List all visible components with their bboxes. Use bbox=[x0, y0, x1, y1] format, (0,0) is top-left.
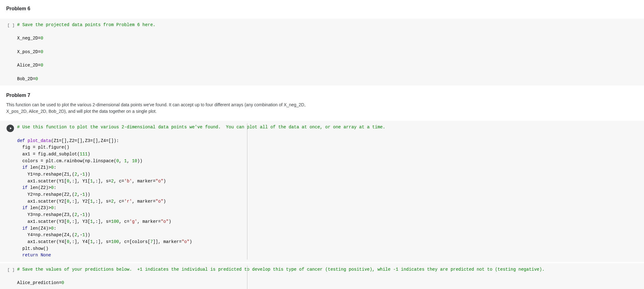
code-line: X_pos_2D= bbox=[17, 49, 41, 54]
kw-if: if bbox=[22, 205, 28, 210]
code-text: ) bbox=[88, 152, 90, 157]
code-text: ]] bbox=[153, 239, 158, 244]
code-number: 0 bbox=[41, 63, 43, 68]
code-text: , marker= bbox=[132, 179, 156, 184]
code-comment: # Use this function to plot the various … bbox=[17, 125, 385, 130]
code-number: 10 bbox=[132, 158, 137, 163]
heading-problem6: Problem 6 bbox=[6, 5, 638, 12]
code-line: Y1=np.reshape(Z1,( bbox=[17, 172, 75, 177]
code-text: ) bbox=[190, 239, 192, 244]
code-number: 1 bbox=[90, 179, 93, 184]
code-line: plt.show() bbox=[17, 246, 48, 251]
code-number: 0 bbox=[67, 199, 69, 204]
code-text: , marker= bbox=[158, 239, 182, 244]
code-number: 0 bbox=[62, 280, 64, 285]
code-editor[interactable]: # Save the values of your predictions be… bbox=[17, 266, 644, 289]
fn-sig: (Z1=[],Z2=[],Z3=[],Z4=[]): bbox=[51, 138, 119, 143]
code-number: 1 bbox=[90, 199, 93, 204]
code-number: 0 bbox=[67, 219, 69, 224]
code-number: 0 bbox=[51, 205, 53, 210]
code-line: Y2=np.reshape(Z2,( bbox=[17, 192, 75, 197]
code-text: ,:], Y2[ bbox=[69, 199, 90, 204]
code-text: , bbox=[119, 158, 124, 163]
code-cell-1[interactable]: [ ] # Save the projected data points fro… bbox=[0, 19, 644, 85]
code-string: 'g' bbox=[129, 219, 137, 224]
code-text: )) bbox=[85, 212, 90, 217]
code-line: colors = plt.cm.rainbow(np.linspace( bbox=[17, 158, 116, 163]
code-text: , bbox=[127, 158, 132, 163]
code-number: 2 bbox=[75, 172, 77, 177]
code-line: ax1.scatter(Y3[ bbox=[17, 219, 67, 224]
code-text: : bbox=[54, 165, 56, 170]
code-text: ,- bbox=[77, 212, 82, 217]
desc-problem7: This function can be used to plot the va… bbox=[6, 102, 323, 115]
code-text: ,:], s= bbox=[93, 179, 111, 184]
code-number: 2 bbox=[75, 212, 77, 217]
kw-return: return bbox=[22, 253, 38, 258]
code-line: Alice_2D= bbox=[17, 63, 41, 68]
exec-count: [ ] bbox=[7, 268, 15, 272]
code-text: len(Z2)> bbox=[28, 185, 51, 190]
code-cell-2[interactable]: # Use this function to plot the various … bbox=[0, 121, 644, 262]
code-text: )) bbox=[85, 192, 90, 197]
code-number: 7 bbox=[150, 239, 153, 244]
code-string: "o" bbox=[161, 219, 168, 224]
code-line: Y4=np.reshape(Z4,( bbox=[17, 232, 75, 237]
code-number: 0 bbox=[41, 49, 43, 54]
code-text: : bbox=[54, 185, 56, 190]
code-text: ,:], Y4[ bbox=[69, 239, 90, 244]
code-number: 0 bbox=[51, 185, 53, 190]
code-text: )) bbox=[85, 172, 90, 177]
kw-if: if bbox=[22, 185, 28, 190]
cell-gutter: [ ] bbox=[0, 266, 17, 289]
code-editor[interactable]: # Use this function to plot the various … bbox=[17, 123, 644, 259]
code-number: 100 bbox=[111, 239, 119, 244]
kw-def: def bbox=[17, 138, 25, 143]
code-string: "o" bbox=[182, 239, 189, 244]
code-number: 111 bbox=[80, 152, 88, 157]
code-text: len(Z4)> bbox=[28, 226, 51, 231]
code-number: 0 bbox=[51, 165, 53, 170]
code-number: 0 bbox=[41, 36, 43, 41]
code-line: Y3=np.reshape(Z3,( bbox=[17, 212, 75, 217]
code-number: 1 bbox=[90, 239, 93, 244]
code-text: [colors[ bbox=[129, 239, 150, 244]
kw-if: if bbox=[22, 165, 28, 170]
code-text: ) bbox=[163, 199, 166, 204]
code-text: , c= bbox=[114, 179, 124, 184]
code-string: 'r' bbox=[124, 199, 132, 204]
code-text: ) bbox=[163, 179, 166, 184]
code-text: ,:], s= bbox=[93, 219, 111, 224]
code-string: "o" bbox=[155, 199, 163, 204]
code-line: ax1 = fig.add_subplot( bbox=[17, 152, 80, 157]
code-line: ax1.scatter(Y4[ bbox=[17, 239, 67, 244]
heading-problem7: Problem 7 bbox=[6, 92, 638, 99]
code-editor[interactable]: # Save the projected data points from Pr… bbox=[17, 21, 644, 83]
code-cell-3[interactable]: [ ] # Save the values of your prediction… bbox=[0, 263, 644, 289]
code-text: )) bbox=[85, 232, 90, 237]
code-text: , c= bbox=[114, 199, 124, 204]
code-text: len(Z1)> bbox=[28, 165, 51, 170]
code-number: 2 bbox=[111, 179, 113, 184]
run-button[interactable] bbox=[7, 125, 14, 132]
code-number: 0 bbox=[35, 76, 38, 81]
code-text: len(Z3)> bbox=[28, 205, 51, 210]
code-text: ,- bbox=[77, 232, 82, 237]
code-string: 'b' bbox=[124, 179, 132, 184]
code-number: 0 bbox=[67, 179, 69, 184]
play-icon bbox=[9, 126, 12, 130]
code-string: "o" bbox=[155, 179, 163, 184]
code-number: 0 bbox=[116, 158, 119, 163]
code-line: Alice_prediction= bbox=[17, 280, 62, 285]
code-number: 1 bbox=[90, 219, 93, 224]
code-text: , c= bbox=[119, 219, 130, 224]
fn-name: plot_data bbox=[28, 138, 51, 143]
code-number: 0 bbox=[51, 226, 53, 231]
code-number: 2 bbox=[75, 232, 77, 237]
code-text: ,:], Y1[ bbox=[69, 179, 90, 184]
code-number: 2 bbox=[111, 199, 113, 204]
code-text: ,:], s= bbox=[93, 239, 111, 244]
exec-count: [ ] bbox=[7, 23, 15, 28]
code-text: , marker= bbox=[132, 199, 156, 204]
code-text: ,- bbox=[77, 192, 82, 197]
